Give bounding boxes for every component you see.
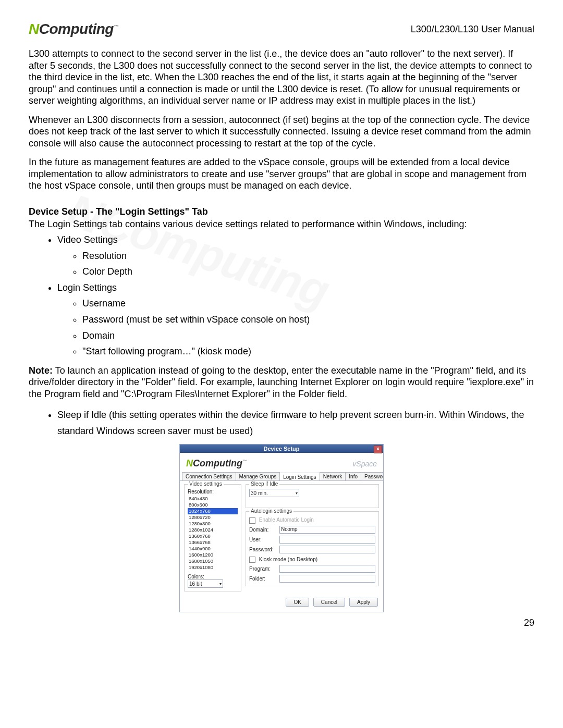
section-intro: The Login Settings tab contains various …: [29, 218, 534, 230]
tab-login-settings[interactable]: Login Settings: [279, 473, 320, 481]
list-item: Domain: [82, 328, 534, 344]
paragraph-1: L300 attempts to connect to the second s…: [29, 48, 534, 107]
resolution-option[interactable]: 1680x1050: [188, 558, 238, 564]
header-doc-title: L300/L230/L130 User Manual: [411, 24, 534, 35]
list-label: Login Settings: [57, 282, 117, 293]
domain-label: Domain:: [249, 527, 277, 533]
note-label: Note:: [29, 365, 53, 376]
resolution-option[interactable]: 1600x1200: [188, 552, 238, 558]
settings-list: Video Settings Resolution Color Depth Lo…: [29, 232, 534, 360]
resolution-option[interactable]: 1920x1080: [188, 564, 238, 571]
sleep-value: 30 min.: [251, 490, 268, 496]
page-header: NComputing™ L300/L230/L130 User Manual: [29, 21, 534, 38]
user-input[interactable]: [279, 536, 375, 544]
resolution-option[interactable]: 640x480: [188, 496, 238, 502]
list-item: Color Depth: [82, 264, 534, 280]
paragraph-2: Whenever an L300 disconnects from a sess…: [29, 114, 534, 150]
section-heading: Device Setup - The "Login Settings" Tab: [29, 206, 534, 217]
list-label: Video Settings: [57, 235, 118, 245]
paragraph-3: In the future as management features are…: [29, 156, 534, 192]
resolution-option[interactable]: 1440x900: [188, 546, 238, 552]
note-text: To launch an application instead of goin…: [29, 365, 534, 399]
enable-autologin-checkbox[interactable]: [249, 517, 255, 524]
autologin-fieldset: Autologin settings Enable Automatic Logi…: [246, 511, 379, 586]
sleep-fieldset: Sleep if Idle 30 min. ▾: [246, 484, 379, 508]
tab-info[interactable]: Info: [345, 472, 361, 480]
resolution-list[interactable]: 640x480800x6001024x7681280x7201280x80012…: [188, 496, 238, 571]
folder-input[interactable]: [279, 575, 375, 583]
sleep-list: Sleep if Idle (this setting operates wit…: [29, 407, 534, 439]
list-item: Password (must be set within vSpace cons…: [82, 312, 534, 328]
password-input[interactable]: [279, 546, 375, 553]
program-input[interactable]: [279, 565, 375, 573]
colors-value: 16 bit: [189, 581, 202, 587]
vspace-logo: vSpace: [352, 460, 377, 468]
list-item: Sleep if Idle (this setting operates wit…: [57, 407, 534, 439]
fieldset-title: Autologin settings: [249, 508, 293, 514]
list-item: Username: [82, 295, 534, 312]
resolution-option[interactable]: 1280x800: [188, 521, 238, 527]
password-label: Password:: [249, 547, 277, 552]
program-label: Program:: [249, 566, 277, 572]
tab-password[interactable]: Password: [361, 472, 383, 480]
brand-logo: NComputing™: [29, 21, 118, 38]
video-settings-fieldset: Video settings Resolution: 640x480800x60…: [184, 484, 241, 591]
page-number: 29: [29, 618, 534, 628]
dialog-title: Device Setup: [263, 446, 299, 452]
dialog-brand-logo: NComputing™: [186, 458, 247, 469]
close-icon[interactable]: ×: [374, 446, 382, 453]
fieldset-title: Video settings: [188, 481, 224, 487]
kiosk-mode-label: Kiosk mode (no Desktop): [259, 557, 317, 562]
chevron-down-icon: ▾: [296, 491, 298, 496]
list-item: Login Settings Username Password (must b…: [57, 280, 534, 360]
resolution-option[interactable]: 1360x768: [188, 533, 238, 539]
sleep-select[interactable]: 30 min. ▾: [249, 489, 299, 497]
resolution-option[interactable]: 1366x768: [188, 539, 238, 546]
tab-connection-settings[interactable]: Connection Settings: [182, 472, 236, 480]
kiosk-mode-checkbox[interactable]: [249, 557, 255, 563]
resolution-option[interactable]: 1280x720: [188, 514, 238, 521]
apply-button[interactable]: Apply: [349, 598, 378, 607]
tab-manage-groups[interactable]: Manage Groups: [236, 472, 280, 480]
folder-label: Folder:: [249, 576, 277, 582]
resolution-option[interactable]: 1280x1024: [188, 527, 238, 533]
note-paragraph: Note: To launch an application instead o…: [29, 365, 534, 400]
user-label: User:: [249, 537, 277, 542]
list-item: Video Settings Resolution Color Depth: [57, 232, 534, 280]
device-setup-dialog: Device Setup × NComputing™ vSpace Connec…: [179, 444, 384, 612]
enable-autologin-label: Enable Automatic Login: [259, 517, 314, 523]
dialog-tabs: Connection Settings Manage Groups Login …: [180, 472, 383, 481]
colors-select[interactable]: 16 bit ▾: [188, 579, 223, 588]
cancel-button[interactable]: Cancel: [313, 598, 345, 607]
chevron-down-icon: ▾: [219, 582, 222, 586]
resolution-label: Resolution:: [188, 489, 238, 495]
colors-label: Colors:: [188, 574, 238, 579]
tab-network[interactable]: Network: [320, 472, 346, 480]
ok-button[interactable]: OK: [286, 598, 309, 607]
dialog-titlebar: Device Setup ×: [180, 445, 383, 453]
domain-input[interactable]: Ncomp: [279, 526, 375, 534]
fieldset-title: Sleep if Idle: [249, 481, 279, 487]
list-item: Resolution: [82, 248, 534, 264]
resolution-option[interactable]: 1024x768: [188, 508, 238, 514]
resolution-option[interactable]: 800x600: [188, 502, 238, 508]
list-item: "Start following program…" (kiosk mode): [82, 343, 534, 360]
